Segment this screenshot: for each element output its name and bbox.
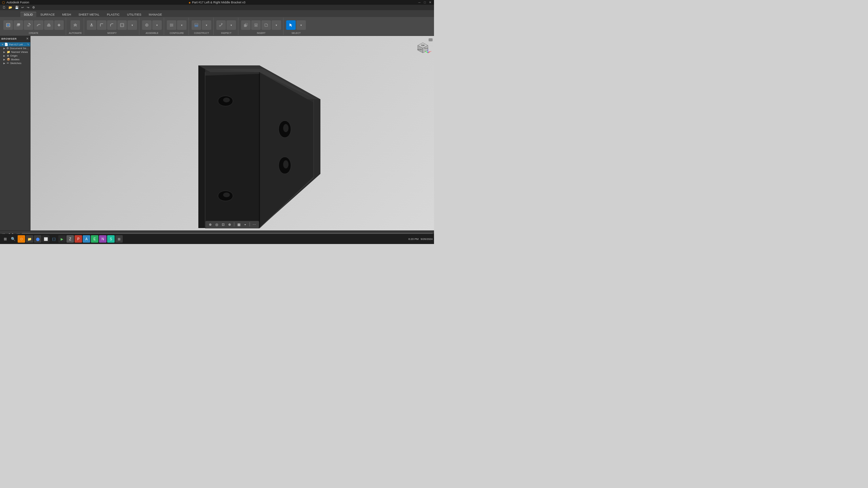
more-create-icon[interactable] — [54, 20, 64, 30]
taskbar-app-3[interactable]: ⬜ — [42, 235, 50, 243]
minimize-button[interactable]: ─ — [418, 1, 421, 4]
maximize-button[interactable]: □ — [423, 1, 427, 4]
ribbon-group-configure: ▾ CONFIGURE — [165, 18, 189, 35]
taskbar-app-9[interactable]: E — [91, 235, 98, 243]
taskbar-app-5[interactable]: ▶ — [58, 235, 66, 243]
taskbar-app-4[interactable]: { } — [50, 235, 58, 243]
tree-arrow-sketches: ▶ — [3, 62, 6, 65]
fillet-icon[interactable] — [97, 20, 106, 30]
taskbar-start-btn[interactable]: ⊞ — [1, 235, 9, 243]
title-bar: ⬡ Autodesk Fusion ● Part #17 Left & Righ… — [0, 0, 434, 5]
tree-arrow-bodies: ▶ — [3, 58, 6, 61]
tree-item-origin[interactable]: ▶ ⊕ Origin — [0, 54, 30, 58]
taskbar-chrome-app[interactable]: ⬤ — [34, 235, 41, 243]
svg-rect-8 — [90, 25, 93, 26]
more-select-icon[interactable]: ▾ — [296, 20, 306, 30]
tree-item-root[interactable]: ▼ 📄 Part #17 Left & Right Middle Br... ✎ — [0, 42, 30, 46]
taskbar-app-6[interactable]: Z — [66, 235, 74, 243]
svg-point-4 — [27, 25, 30, 27]
taskbar-app-11[interactable]: S — [107, 235, 115, 243]
svg-point-5 — [37, 25, 38, 26]
look-at-icon[interactable]: ◎ — [214, 222, 219, 227]
tree-item-sketches[interactable]: ▶ ✏ Sketches — [0, 61, 30, 65]
insert-svg-icon[interactable] — [251, 20, 261, 30]
browser-title: BROWSER — [1, 37, 17, 40]
svg-text:X: X — [431, 50, 431, 52]
qa-settings[interactable]: ⚙ — [32, 5, 36, 9]
taskbar-explorer-app[interactable]: 📁 — [26, 235, 33, 243]
chamfer-icon[interactable] — [107, 20, 117, 30]
ribbon-group-insert: ▾ INSERT — [239, 18, 283, 35]
select-tool-icon[interactable] — [286, 20, 296, 30]
taskbar-app-10[interactable]: N — [99, 235, 106, 243]
tab-surface[interactable]: SURFACE — [37, 12, 58, 17]
tab-plastic[interactable]: PLASTIC — [103, 12, 123, 17]
extrude-icon[interactable] — [14, 20, 23, 30]
doc-title: Part #17 Left & Right Middle Bracket v3 — [192, 1, 245, 4]
taskbar-app-12[interactable]: ⊞ — [115, 235, 123, 243]
ribbon-tabs: SOLID SURFACE MESH SHEET METAL PLASTIC U… — [0, 10, 434, 17]
qa-redo[interactable]: ↪ — [26, 5, 30, 9]
view-options-icon[interactable]: ⋯ — [252, 222, 257, 227]
shaded-icon[interactable]: ▪ — [242, 222, 248, 227]
more-assemble-icon[interactable]: ▾ — [152, 20, 162, 30]
offset-plane-icon[interactable] — [192, 20, 201, 30]
zoom-in-icon[interactable]: ⊕ — [227, 222, 232, 227]
shell-icon[interactable] — [117, 20, 127, 30]
viewport[interactable]: TOP FRONT RIGHT X Y Z ⊕ ◎ — [31, 36, 434, 230]
revolve-icon[interactable] — [24, 20, 33, 30]
close-button[interactable]: ✕ — [429, 1, 432, 4]
tab-solid[interactable]: SOLID — [20, 12, 36, 17]
qa-save[interactable]: 💾 — [14, 5, 19, 9]
select-icons: ▾ — [286, 18, 306, 32]
taskbar-app-8[interactable]: A — [83, 235, 90, 243]
joint-icon[interactable] — [142, 20, 152, 30]
doc-status-dot: ● — [189, 1, 191, 4]
tab-mesh[interactable]: MESH — [59, 12, 75, 17]
tree-label-origin: Origin — [10, 54, 17, 57]
tree-edit-icon[interactable]: ✎ — [27, 43, 29, 46]
insert-derive-icon[interactable] — [241, 20, 251, 30]
measure-icon[interactable] — [216, 20, 226, 30]
taskbar-fusion-app[interactable]: ⬡ — [18, 235, 25, 243]
ribbon-group-select: ▾ SELECT — [284, 18, 308, 35]
taskbar-app-7[interactable]: P — [75, 235, 82, 243]
insert-dxf-icon[interactable] — [261, 20, 271, 30]
qa-undo[interactable]: ↩ — [21, 5, 25, 9]
more-construct-icon[interactable]: ▾ — [202, 20, 211, 30]
more-inspect-icon[interactable]: ▾ — [226, 20, 236, 30]
tree-icon-sketches: ✏ — [7, 62, 9, 65]
new-component-icon[interactable] — [3, 20, 13, 30]
modify-icons: ▾ — [87, 18, 137, 32]
svg-text:TOP: TOP — [421, 44, 425, 46]
more-modify-icon[interactable]: ▾ — [127, 20, 137, 30]
automate-icon[interactable] — [71, 20, 80, 30]
parameters-icon[interactable] — [167, 20, 176, 30]
configure-icons: ▾ — [167, 18, 186, 32]
ribbon-group-create: CREATE — [1, 18, 66, 35]
tree-item-bodies[interactable]: ▶ 📦 Bodies — [0, 58, 30, 61]
hole-bottom-right-inner — [283, 160, 289, 168]
tab-sheet-metal[interactable]: SHEET METAL — [75, 12, 103, 17]
automate-icons — [71, 18, 80, 32]
more-insert-icon[interactable]: ▾ — [272, 20, 281, 30]
ribbon-group-automate: AUTOMATE — [67, 18, 84, 35]
tree-arrow-origin: ▶ — [3, 55, 6, 57]
qa-open[interactable]: 📂 — [8, 5, 13, 9]
browser-collapse-btn[interactable]: ✕ — [26, 37, 29, 40]
sweep-icon[interactable] — [34, 20, 43, 30]
tree-item-named-views[interactable]: ▶ 📁 Named Views — [0, 50, 30, 54]
windows-taskbar: ⊞ 🔍 ⬡ 📁 ⬤ ⬜ { } ▶ Z P A E N S ⊞ 6:20 PM … — [0, 234, 434, 244]
qa-new[interactable]: 🗋 — [2, 5, 6, 9]
tab-manage[interactable]: MANAGE — [145, 12, 165, 17]
taskbar-search-btn[interactable]: 🔍 — [9, 235, 17, 243]
fit-icon[interactable]: ⊡ — [220, 222, 226, 227]
wireframe-icon[interactable]: ▦ — [236, 222, 241, 227]
tab-utilities[interactable]: UTILITIES — [124, 12, 145, 17]
press-pull-icon[interactable] — [87, 20, 96, 30]
orbit-icon[interactable]: ⊕ — [208, 222, 213, 227]
loft-icon[interactable] — [44, 20, 54, 30]
tree-item-doc-settings[interactable]: ▶ ⚙ Document Settings — [0, 46, 30, 50]
ribbon-group-modify: ▾ MODIFY — [85, 18, 139, 35]
more-configure-icon[interactable]: ▾ — [177, 20, 186, 30]
